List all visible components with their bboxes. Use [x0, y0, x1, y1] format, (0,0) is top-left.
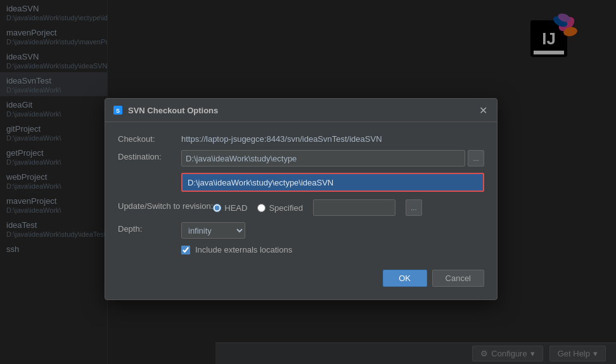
selected-path-input[interactable]: [183, 174, 483, 191]
depth-select-wrap: infinity immediates files empty: [181, 222, 245, 239]
revision-head-label: HEAD: [224, 203, 247, 213]
revision-input[interactable]: [313, 199, 395, 216]
include-externals-row: Include externals locations: [181, 245, 484, 254]
dialog-title-left: S SVN Checkout Options: [113, 105, 218, 115]
revision-head-radio[interactable]: [213, 204, 221, 212]
destination-field-row: ...: [181, 150, 484, 166]
checkout-label: Checkout:: [118, 132, 181, 144]
selected-path-row: [181, 173, 484, 192]
revision-head-option[interactable]: HEAD: [213, 203, 247, 213]
include-externals-label: Include externals locations: [195, 245, 292, 254]
revision-specified-label: Specified: [269, 203, 302, 213]
include-externals-checkbox[interactable]: [181, 246, 190, 254]
svg-text:S: S: [116, 108, 120, 114]
selected-path-container: [181, 173, 484, 192]
revision-row: Update/Switch to revision: HEAD Specifie…: [118, 199, 484, 216]
dialog-titlebar: S SVN Checkout Options ✕: [105, 99, 497, 122]
revision-specified-option[interactable]: Specified: [257, 203, 302, 213]
dialog-title-text: SVN Checkout Options: [128, 106, 218, 115]
depth-row: Depth: infinity immediates files empty: [118, 222, 484, 239]
revision-radio-group: HEAD Specified ...: [213, 199, 484, 216]
destination-label: Destination:: [118, 150, 181, 161]
revision-label: Update/Switch to revision:: [118, 199, 213, 211]
depth-select[interactable]: infinity immediates files empty: [181, 222, 245, 239]
checkout-url: https://laptop-jsugegce:8443/svn/ideaSvn…: [181, 132, 484, 144]
destination-row: Destination: ...: [118, 150, 484, 166]
revision-browse-button[interactable]: ...: [406, 199, 422, 216]
dialog-footer: OK Cancel: [118, 267, 484, 287]
cancel-button[interactable]: Cancel: [432, 270, 484, 287]
dialog-close-button[interactable]: ✕: [477, 104, 489, 116]
checkout-row: Checkout: https://laptop-jsugegce:8443/s…: [118, 132, 484, 144]
svn-title-icon: S: [113, 105, 123, 115]
ok-button[interactable]: OK: [383, 270, 427, 287]
destination-browse-button[interactable]: ...: [468, 150, 484, 166]
destination-input[interactable]: [181, 150, 465, 166]
dialog-body: Checkout: https://laptop-jsugegce:8443/s…: [105, 122, 497, 299]
revision-specified-radio[interactable]: [257, 204, 266, 212]
svn-checkout-dialog: S SVN Checkout Options ✕ Checkout: https…: [105, 98, 497, 300]
depth-label: Depth:: [118, 222, 181, 234]
